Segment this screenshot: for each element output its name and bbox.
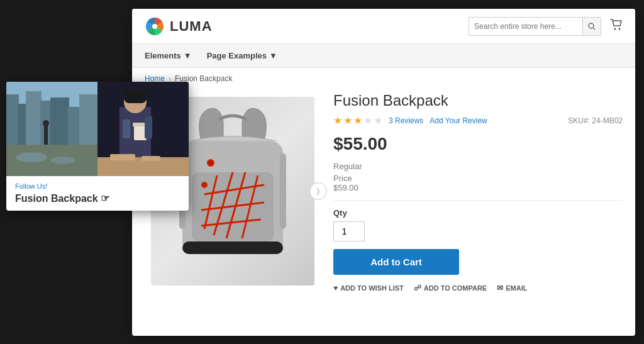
divider	[333, 200, 623, 201]
svg-rect-3	[26, 91, 42, 145]
svg-rect-5	[50, 97, 69, 145]
action-links: ♥ ADD TO WISH LIST ☍ ADD TO COMPARE ✉ EM…	[333, 284, 623, 292]
sku-value: 24-MB02	[592, 116, 623, 125]
compare-icon: ☍	[414, 284, 421, 292]
add-to-cart-button[interactable]: Add to Cart	[333, 249, 459, 275]
svg-point-28	[614, 28, 616, 30]
chevron-down-icon-2: ▼	[269, 51, 277, 60]
svg-rect-16	[124, 91, 147, 103]
product-title: Fusion Backpack	[333, 92, 623, 109]
star-2: ★	[343, 114, 352, 126]
svg-rect-11	[44, 126, 48, 145]
sku-label: SKU#:	[568, 116, 590, 125]
nav-item-elements[interactable]: Elements ▼	[145, 44, 192, 67]
star-1: ★	[333, 114, 342, 126]
browser-window: LUMA Elements ▼ Page Exam	[132, 9, 635, 336]
search-icon	[588, 23, 596, 30]
price-price-label: Price	[333, 174, 623, 183]
sku-info: SKU#: 24-MB02	[568, 116, 623, 125]
email-link[interactable]: ✉ EMAIL	[497, 284, 527, 292]
nav-item-page-examples[interactable]: Page Examples ▼	[207, 44, 277, 67]
star-3: ★	[353, 114, 362, 126]
original-price: $59.00	[333, 183, 623, 192]
svg-point-9	[16, 152, 47, 162]
star-4: ★	[364, 114, 372, 126]
search-bar	[469, 17, 601, 36]
svg-rect-20	[145, 116, 152, 138]
popup-footer: Follow Us! Fusion Backpack ☞	[6, 176, 189, 211]
site-header: LUMA	[132, 9, 635, 44]
popup-product-name[interactable]: Fusion Backpack ☞	[15, 192, 180, 204]
heart-icon: ♥	[333, 284, 338, 292]
compare-link[interactable]: ☍ ADD TO COMPARE	[414, 284, 487, 292]
street-scene	[6, 82, 97, 176]
next-image-arrow[interactable]: 〉	[309, 182, 327, 200]
svg-rect-2	[18, 104, 27, 145]
cursor-icon: ☞	[101, 192, 109, 204]
logo-text: LUMA	[170, 18, 213, 35]
svg-rect-7	[79, 94, 97, 145]
chevron-down-icon: ▼	[184, 51, 192, 60]
svg-point-25	[152, 24, 157, 29]
search-button[interactable]	[582, 18, 601, 35]
svg-rect-42	[182, 241, 283, 254]
product-area: 〉 Fusion Backpack ★ ★ ★ ★ ★ 3 Reviews Ad…	[132, 89, 635, 305]
product-info: Fusion Backpack ★ ★ ★ ★ ★ 3 Reviews Add …	[333, 89, 623, 292]
svg-rect-44	[280, 153, 286, 229]
popup-image-right	[97, 82, 189, 176]
popup-card: Follow Us! Fusion Backpack ☞	[6, 82, 189, 211]
svg-point-10	[50, 157, 75, 164]
qty-section: Qty	[333, 208, 623, 241]
cart-icon[interactable]	[610, 19, 623, 33]
svg-point-40	[209, 161, 213, 165]
qty-input[interactable]	[333, 221, 365, 241]
svg-rect-6	[68, 107, 80, 145]
breadcrumb: Home › Fusion Backpack	[132, 68, 635, 89]
price-regular-label: Regular	[333, 162, 623, 171]
svg-rect-23	[142, 156, 160, 161]
email-icon: ✉	[497, 284, 503, 292]
star-rating: ★ ★ ★ ★ ★	[333, 114, 382, 126]
star-5: ★	[374, 114, 382, 126]
popup-image-left	[6, 82, 97, 176]
price-section: $55.00	[333, 134, 387, 154]
svg-rect-19	[123, 119, 130, 138]
current-price: $55.00	[333, 134, 387, 154]
logo-area[interactable]: LUMA	[145, 16, 213, 36]
popup-images	[6, 82, 189, 176]
svg-point-41	[201, 182, 208, 188]
svg-line-27	[594, 28, 596, 30]
site-nav: Elements ▼ Page Examples ▼	[132, 44, 635, 68]
svg-point-26	[589, 23, 594, 28]
price-sku-row: $55.00 SKU#: 24-MB02	[333, 134, 623, 159]
follow-us-link[interactable]: Follow Us!	[15, 182, 180, 190]
reviews-link[interactable]: 3 Reviews	[389, 116, 423, 125]
add-review-link[interactable]: Add Your Review	[430, 116, 487, 125]
svg-rect-1	[6, 94, 19, 145]
search-input[interactable]	[469, 22, 582, 31]
svg-point-29	[619, 28, 621, 30]
luma-logo-icon	[145, 16, 165, 36]
svg-rect-22	[110, 154, 135, 160]
wish-list-link[interactable]: ♥ ADD TO WISH LIST	[333, 284, 404, 292]
svg-point-12	[43, 120, 49, 126]
qty-label: Qty	[333, 208, 623, 218]
